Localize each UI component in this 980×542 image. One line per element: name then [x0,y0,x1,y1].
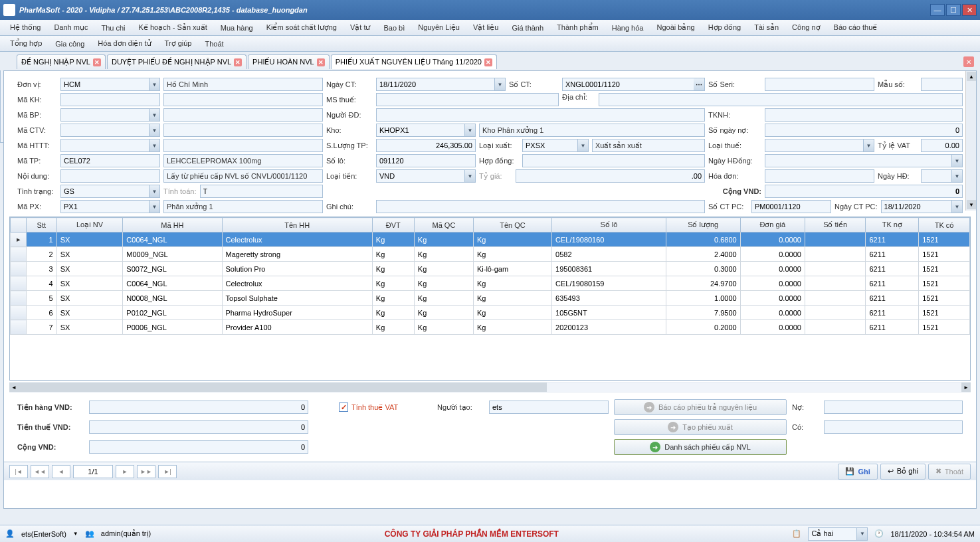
row-selector[interactable] [11,291,27,306]
column-header[interactable]: Stt [27,218,57,232]
input-hoadon[interactable] [765,169,874,183]
pager-first[interactable]: |◄ [9,465,28,478]
chevron-down-icon[interactable]: ▼ [149,139,159,151]
document-tab[interactable]: PHIẾU HOÀN NVL✕ [248,54,330,69]
menu-item[interactable]: Danh mục [47,21,94,34]
input-mabp[interactable] [60,108,160,122]
menu-item[interactable]: Trợ giúp [158,37,199,50]
column-header[interactable]: Mã HH [123,218,222,232]
menu-item[interactable]: Vật tư [343,21,377,34]
column-header[interactable]: Số tiền [805,218,866,232]
close-tab-icon[interactable]: ✕ [93,58,101,66]
chevron-down-icon[interactable]: ▼ [464,170,475,182]
table-row[interactable]: 3SXS0072_NGLSolution ProKgKgKi-lô-gam195… [11,262,970,276]
row-selector[interactable] [11,262,27,276]
btn-danhsach[interactable]: ➜Danh sách phiếu cấp NVL [614,439,787,455]
close-tab-icon[interactable]: ✕ [484,58,492,66]
input-no[interactable] [824,401,963,414]
input-soseri[interactable] [765,78,874,91]
input-sluongtp[interactable] [376,139,476,152]
pager-next[interactable]: ► [116,465,134,478]
menu-item[interactable]: Thành phẩm [550,21,605,34]
input-mapx[interactable] [60,200,160,213]
checkbox-vat[interactable]: ✓ [339,403,348,412]
column-header[interactable]: ĐVT [372,218,414,232]
btn-taophieu[interactable]: ➜Tạo phiếu xuất [614,419,787,435]
close-all-tabs[interactable]: ✕ [963,56,974,67]
column-header[interactable]: Số lượng [666,218,740,232]
chevron-down-icon[interactable]: ▼ [951,170,962,182]
btn-baocao[interactable]: ➜Báo cáo phiếu trả nguyên liệu [614,399,787,415]
input-diachi[interactable] [599,93,963,106]
table-row[interactable]: 7SXP0006_NGLProvider A100KgKgKg202001230… [11,320,970,335]
document-tab[interactable]: PHIẾU XUẤT NGUYÊN LIỆU Tháng 11/2020✕ [331,54,497,69]
input-tinhtoan[interactable] [200,185,323,198]
input-loaitien[interactable] [376,169,476,183]
menu-item[interactable]: Mua hàng [214,22,260,34]
menu-item[interactable]: Tổng hợp [3,37,49,50]
close-tab-icon[interactable]: ✕ [317,58,325,66]
document-tab[interactable]: DUYỆT PHIẾU ĐỀ NGHỊ NHẬP NVL✕ [107,54,246,69]
menu-item[interactable]: Hàng hóa [605,22,650,34]
input-donvi[interactable] [60,78,160,91]
input-noidung-code[interactable] [60,169,160,183]
chevron-down-icon[interactable]: ▼ [951,155,962,167]
calendar-icon[interactable]: 📋 [792,529,801,538]
chevron-down-icon[interactable]: ▼ [149,185,159,197]
menu-item[interactable]: Hệ thống [3,21,47,34]
menu-item[interactable]: Gia công [49,38,91,50]
chevron-down-icon[interactable]: ▼ [464,124,475,136]
close-button[interactable]: ✕ [962,4,977,16]
input-tygia[interactable] [516,169,705,183]
table-row[interactable]: 4SXC0064_NGLCelectroluxKgKgKgCEL/1908015… [11,276,970,291]
input-co[interactable] [824,420,963,434]
row-selector[interactable] [11,247,27,262]
input-tinhtrang[interactable] [60,185,160,198]
input-mahttt[interactable] [60,139,160,152]
pager-prev[interactable]: ◄ [52,465,70,478]
btn-thoat[interactable]: ✖Thoát [928,464,971,480]
minimize-button[interactable]: — [930,4,945,16]
input-ngayct[interactable] [376,78,506,91]
menu-item[interactable]: Giá thành [505,22,550,34]
chevron-down-icon[interactable]: ▼ [577,139,588,151]
input-ghichu[interactable] [376,200,705,213]
row-selector[interactable] [11,306,27,320]
close-tab-icon[interactable]: ✕ [234,58,242,66]
input-makh[interactable] [60,93,160,106]
chevron-down-icon[interactable]: ▼ [149,78,159,90]
column-header[interactable]: Số lô [552,218,666,232]
menu-item[interactable]: Báo cáo thuế [827,21,884,34]
input-msthue[interactable] [376,93,559,106]
input-tknh[interactable] [765,108,963,122]
table-row[interactable]: 6SXP0102_NGLPharma HydroSuperKgKgKg105G5… [11,306,970,320]
chevron-down-icon[interactable]: ▼ [494,78,505,90]
menu-item[interactable]: Vật liệu [466,21,505,34]
menu-item[interactable]: Kiểm soát chất lượng [260,21,343,34]
status-user1[interactable]: ets(EnterSoft) [21,530,66,538]
scroll-right-icon[interactable]: ► [961,383,971,392]
input-ngayctpc[interactable] [881,200,963,213]
menu-item[interactable]: Công nợ [785,21,827,34]
menu-item[interactable]: Hợp đồng [702,21,747,34]
column-header[interactable]: TK nợ [866,218,919,232]
input-matp[interactable] [60,154,160,167]
input-kho[interactable] [376,124,476,137]
input-songayno[interactable] [765,124,963,137]
pager-prev-page[interactable]: ◄◄ [31,465,49,478]
column-header[interactable]: Loại NV [56,218,123,232]
row-selector[interactable]: ▸ [11,232,27,247]
chevron-down-icon[interactable]: ▼ [149,124,159,136]
table-row[interactable]: 2SXM0009_NGLMageretty strongKgKgKg05822.… [11,247,970,262]
input-tylevat[interactable] [921,139,963,152]
menu-item[interactable]: Thu chi [94,22,132,34]
row-selector[interactable] [11,320,27,335]
input-loaithue[interactable] [765,139,874,152]
column-header[interactable]: Đơn giá [740,218,805,232]
table-row[interactable]: ▸1SXC0064_NGLCelectroluxKgKgKgCEL/190801… [11,232,970,247]
menu-item[interactable]: Hóa đơn điện tử [91,37,157,50]
column-header[interactable]: Tên HH [222,218,372,232]
chevron-down-icon[interactable]: ▼ [149,109,159,121]
chevron-down-icon[interactable]: ▼ [856,528,867,540]
table-row[interactable]: 5SXN0008_NGLTopsol SulphateKgKgKg6354931… [11,291,970,306]
